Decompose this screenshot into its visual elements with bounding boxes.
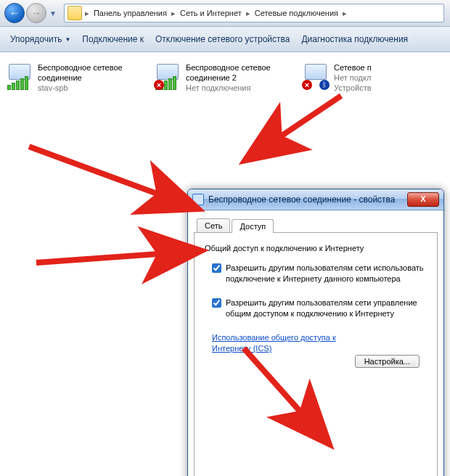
connection-name: Беспроводное сетевое соединение [38, 62, 151, 83]
settings-button[interactable]: Настройка... [355, 355, 420, 368]
error-badge-icon: × [302, 80, 312, 90]
connection-name: Беспроводное сетевое соединение 2 [186, 62, 299, 83]
organize-menu[interactable]: Упорядочить▼ [4, 31, 76, 47]
connection-item[interactable]: Беспроводное сетевое соединение stav-spb [6, 62, 151, 93]
svg-line-2 [36, 251, 197, 263]
dialog-titlebar[interactable]: Беспроводное сетевое соединение - свойст… [188, 189, 443, 210]
connection-sub: Нет подкл [334, 73, 372, 83]
breadcrumb-seg[interactable]: Сеть и Интернет [176, 9, 246, 17]
command-bar: Упорядочить▼ Подключение к Отключение се… [0, 27, 450, 52]
checkbox-input[interactable] [212, 298, 221, 308]
checkbox-input[interactable] [212, 263, 221, 273]
svg-line-1 [29, 147, 195, 208]
connect-label: Подключение к [82, 34, 144, 44]
tab-sharing-page: Общий доступ к подключению к Интернету Р… [194, 232, 438, 476]
connection-item[interactable]: × Беспроводное сетевое соединение 2 Нет … [154, 62, 299, 93]
allow-control-checkbox[interactable]: Разрешить другим пользователям сети упра… [212, 298, 427, 319]
disable-device[interactable]: Отключение сетевого устройства [150, 31, 295, 47]
forward-button[interactable]: → [26, 3, 46, 23]
connection-name: Сетевое п [334, 62, 372, 73]
error-badge-icon: × [154, 80, 164, 90]
diagnose-connection[interactable]: Диагностика подключения [295, 31, 414, 47]
wifi-disconnected-icon: × [154, 62, 183, 90]
connect-to-menu[interactable]: Подключение к [76, 31, 150, 47]
svg-line-0 [248, 96, 341, 158]
bluetooth-badge-icon: ᛒ [319, 80, 330, 90]
connections-pane: Беспроводное сетевое соединение stav-spb… [0, 52, 450, 476]
group-title: Общий доступ к подключению к Интернету [205, 243, 427, 254]
allow-connection-checkbox[interactable]: Разрешить другим пользователям сети испо… [212, 263, 427, 284]
tab-network[interactable]: Сеть [197, 218, 230, 232]
properties-dialog: Беспроводное сетевое соединение - свойст… [187, 189, 444, 476]
breadcrumb-seg[interactable]: Панель управления [89, 9, 171, 17]
address-bar[interactable]: ▸ Панель управления ▸ Сеть и Интернет ▸ … [64, 4, 444, 22]
organize-label: Упорядочить [10, 34, 62, 44]
disable-label: Отключение сетевого устройства [155, 34, 290, 44]
dialog-title: Беспроводное сетевое соединение - свойст… [208, 194, 396, 205]
location-icon [68, 6, 82, 20]
tab-sharing[interactable]: Доступ [232, 219, 274, 233]
chevron-down-icon: ▼ [65, 36, 70, 43]
chevron-right-icon: ▸ [343, 9, 347, 18]
ics-help-link[interactable]: Использование общего доступа к Интернету… [212, 332, 343, 354]
connection-extra: Устройств [334, 83, 372, 93]
connection-item[interactable]: × ᛒ Сетевое п Нет подкл Устройств [302, 62, 375, 93]
back-button[interactable]: ← [4, 3, 25, 23]
checkbox-label: Разрешить другим пользователям сети испо… [226, 263, 427, 284]
diagnose-label: Диагностика подключения [301, 34, 408, 44]
checkbox-label: Разрешить другим пользователям сети упра… [226, 298, 427, 319]
breadcrumb-seg[interactable]: Сетевые подключения [250, 9, 343, 17]
connection-sub: stav-spb [38, 83, 151, 93]
wifi-connected-icon [6, 62, 35, 90]
close-button[interactable]: X [407, 192, 439, 207]
history-dropdown-icon[interactable]: ▼ [49, 9, 57, 17]
adapter-icon [192, 194, 204, 205]
connection-sub: Нет подключения [186, 83, 299, 93]
explorer-navbar: ← → ▼ ▸ Панель управления ▸ Сеть и Интер… [0, 0, 450, 27]
bluetooth-adapter-icon: × ᛒ [302, 62, 331, 90]
